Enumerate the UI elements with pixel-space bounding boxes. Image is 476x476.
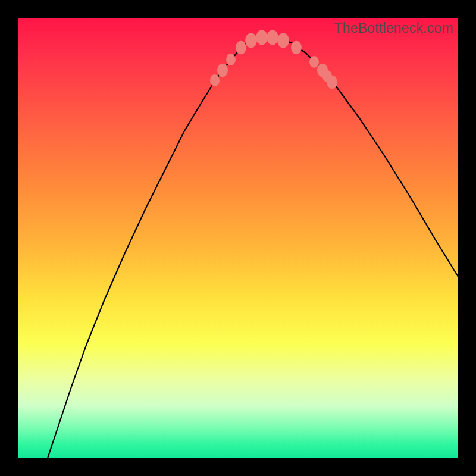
curve-marker [245, 33, 257, 48]
curve-marker [291, 41, 302, 55]
curve-marker [236, 41, 246, 55]
curve-marker [327, 76, 337, 89]
chart-frame: TheBottleneck.com [0, 0, 476, 476]
curve-svg [18, 18, 458, 458]
bottleneck-curve [48, 37, 458, 458]
curve-marker [267, 30, 278, 45]
curve-marker [277, 33, 289, 48]
curve-marker [210, 74, 220, 86]
curve-marker [226, 54, 236, 65]
curve-marker [217, 64, 228, 77]
curve-marker [309, 56, 319, 68]
plot-area: TheBottleneck.com [18, 18, 458, 458]
curve-markers [210, 30, 337, 89]
curve-marker [256, 30, 268, 45]
